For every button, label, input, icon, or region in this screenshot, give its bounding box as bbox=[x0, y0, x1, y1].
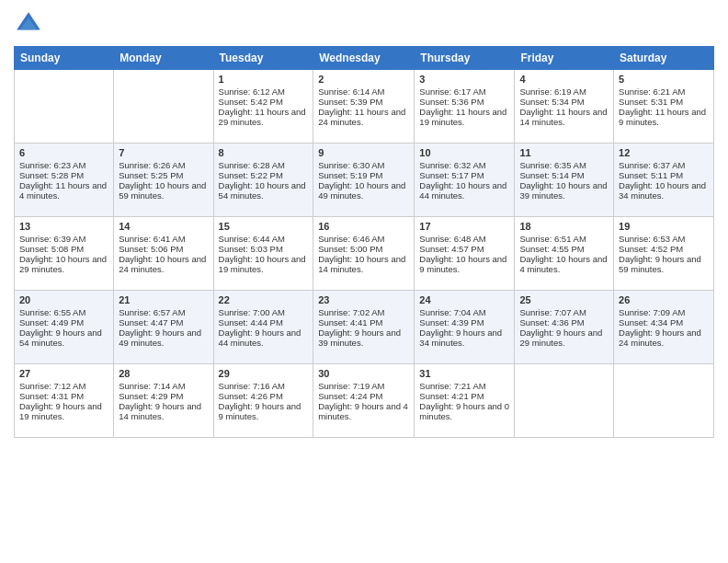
sunset-text: Sunset: 5:06 PM bbox=[119, 244, 183, 254]
sunrise-text: Sunrise: 6:30 AM bbox=[318, 160, 384, 170]
day-number: 10 bbox=[419, 147, 509, 158]
header-sunday: Sunday bbox=[15, 47, 114, 70]
sunset-text: Sunset: 4:55 PM bbox=[519, 244, 584, 254]
day-number: 17 bbox=[419, 221, 509, 232]
daylight-text: Daylight: 11 hours and 24 minutes. bbox=[318, 107, 405, 127]
day-number: 16 bbox=[318, 221, 409, 232]
header-saturday: Saturday bbox=[614, 47, 714, 70]
day-number: 21 bbox=[119, 294, 208, 305]
daylight-text: Daylight: 9 hours and 4 minutes. bbox=[318, 401, 408, 421]
day-number: 22 bbox=[219, 294, 309, 305]
sunrise-text: Sunrise: 6:21 AM bbox=[619, 86, 685, 97]
sunset-text: Sunset: 4:57 PM bbox=[419, 244, 483, 254]
calendar-cell: 4 Sunrise: 6:19 AM Sunset: 5:34 PM Dayli… bbox=[515, 70, 614, 144]
header-wednesday: Wednesday bbox=[313, 47, 415, 70]
header-friday: Friday bbox=[515, 47, 614, 70]
calendar-cell: 26 Sunrise: 7:09 AM Sunset: 4:34 PM Dayl… bbox=[614, 291, 714, 364]
sunset-text: Sunset: 4:21 PM bbox=[419, 391, 483, 401]
calendar-cell: 10 Sunrise: 6:32 AM Sunset: 5:17 PM Dayl… bbox=[415, 144, 515, 217]
sunset-text: Sunset: 5:14 PM bbox=[519, 170, 584, 180]
day-number: 1 bbox=[219, 74, 309, 85]
sunrise-text: Sunrise: 6:28 AM bbox=[219, 160, 285, 170]
sunrise-text: Sunrise: 7:02 AM bbox=[318, 307, 384, 317]
header-thursday: Thursday bbox=[415, 47, 515, 70]
calendar-cell: 1 Sunrise: 6:12 AM Sunset: 5:42 PM Dayli… bbox=[213, 70, 313, 144]
daylight-text: Daylight: 11 hours and 29 minutes. bbox=[219, 107, 306, 127]
calendar-cell: 25 Sunrise: 7:07 AM Sunset: 4:36 PM Dayl… bbox=[515, 291, 614, 364]
sunrise-text: Sunrise: 6:17 AM bbox=[419, 86, 485, 97]
sunrise-text: Sunrise: 6:44 AM bbox=[219, 234, 285, 244]
calendar-cell: 28 Sunrise: 7:14 AM Sunset: 4:29 PM Dayl… bbox=[114, 364, 213, 438]
day-number: 19 bbox=[619, 221, 709, 232]
daylight-text: Daylight: 9 hours and 19 minutes. bbox=[19, 401, 102, 421]
sunrise-text: Sunrise: 7:00 AM bbox=[219, 307, 285, 317]
calendar-cell: 22 Sunrise: 7:00 AM Sunset: 4:44 PM Dayl… bbox=[213, 291, 313, 364]
day-number: 26 bbox=[619, 294, 709, 305]
calendar-cell: 29 Sunrise: 7:16 AM Sunset: 4:26 PM Dayl… bbox=[213, 364, 313, 438]
daylight-text: Daylight: 11 hours and 14 minutes. bbox=[519, 107, 607, 127]
daylight-text: Daylight: 9 hours and 49 minutes. bbox=[119, 327, 201, 348]
calendar-cell: 19 Sunrise: 6:53 AM Sunset: 4:52 PM Dayl… bbox=[614, 217, 714, 291]
daylight-text: Daylight: 9 hours and 39 minutes. bbox=[318, 327, 401, 348]
daylight-text: Daylight: 10 hours and 44 minutes. bbox=[419, 180, 506, 201]
sunrise-text: Sunrise: 6:37 AM bbox=[619, 160, 685, 170]
sunset-text: Sunset: 5:42 PM bbox=[219, 97, 283, 107]
calendar-cell: 14 Sunrise: 6:41 AM Sunset: 5:06 PM Dayl… bbox=[114, 217, 213, 291]
calendar-cell: 15 Sunrise: 6:44 AM Sunset: 5:03 PM Dayl… bbox=[213, 217, 313, 291]
calendar-cell: 9 Sunrise: 6:30 AM Sunset: 5:19 PM Dayli… bbox=[313, 144, 415, 217]
sunset-text: Sunset: 5:31 PM bbox=[619, 97, 683, 107]
week-row-3: 20 Sunrise: 6:55 AM Sunset: 4:49 PM Dayl… bbox=[15, 291, 714, 364]
week-row-2: 13 Sunrise: 6:39 AM Sunset: 5:08 PM Dayl… bbox=[15, 217, 714, 291]
sunrise-text: Sunrise: 7:16 AM bbox=[219, 381, 285, 391]
daylight-text: Daylight: 10 hours and 39 minutes. bbox=[519, 180, 607, 201]
day-number: 27 bbox=[19, 368, 108, 379]
day-number: 15 bbox=[219, 221, 309, 232]
day-number: 29 bbox=[219, 368, 309, 379]
sunrise-text: Sunrise: 6:26 AM bbox=[119, 160, 185, 170]
day-number: 8 bbox=[219, 147, 309, 158]
daylight-text: Daylight: 10 hours and 14 minutes. bbox=[318, 254, 405, 274]
day-number: 2 bbox=[318, 74, 409, 85]
daylight-text: Daylight: 9 hours and 29 minutes. bbox=[519, 327, 602, 348]
calendar-cell: 8 Sunrise: 6:28 AM Sunset: 5:22 PM Dayli… bbox=[213, 144, 313, 217]
sunrise-text: Sunrise: 7:09 AM bbox=[619, 307, 685, 317]
week-row-0: 1 Sunrise: 6:12 AM Sunset: 5:42 PM Dayli… bbox=[15, 70, 714, 144]
sunrise-text: Sunrise: 7:21 AM bbox=[419, 381, 485, 391]
calendar-cell: 6 Sunrise: 6:23 AM Sunset: 5:28 PM Dayli… bbox=[15, 144, 114, 217]
page: SundayMondayTuesdayWednesdayThursdayFrid… bbox=[0, 0, 728, 563]
sunset-text: Sunset: 5:34 PM bbox=[519, 97, 584, 107]
calendar-cell: 12 Sunrise: 6:37 AM Sunset: 5:11 PM Dayl… bbox=[614, 144, 714, 217]
sunset-text: Sunset: 5:36 PM bbox=[419, 97, 483, 107]
daylight-text: Daylight: 10 hours and 59 minutes. bbox=[119, 180, 206, 201]
day-number: 5 bbox=[619, 74, 709, 85]
day-number: 12 bbox=[619, 147, 709, 158]
calendar-cell: 23 Sunrise: 7:02 AM Sunset: 4:41 PM Dayl… bbox=[313, 291, 415, 364]
day-number: 31 bbox=[419, 368, 509, 379]
sunrise-text: Sunrise: 7:07 AM bbox=[519, 307, 586, 317]
sunset-text: Sunset: 4:39 PM bbox=[419, 317, 483, 327]
day-number: 14 bbox=[119, 221, 208, 232]
day-number: 9 bbox=[318, 147, 409, 158]
sunset-text: Sunset: 5:28 PM bbox=[19, 170, 84, 180]
day-number: 30 bbox=[318, 368, 409, 379]
daylight-text: Daylight: 10 hours and 34 minutes. bbox=[619, 180, 706, 201]
daylight-text: Daylight: 11 hours and 19 minutes. bbox=[419, 107, 506, 127]
sunset-text: Sunset: 5:08 PM bbox=[19, 244, 84, 254]
sunset-text: Sunset: 4:26 PM bbox=[219, 391, 283, 401]
header-monday: Monday bbox=[114, 47, 213, 70]
day-number: 13 bbox=[19, 221, 108, 232]
sunset-text: Sunset: 5:19 PM bbox=[318, 170, 382, 180]
day-number: 25 bbox=[519, 294, 609, 305]
daylight-text: Daylight: 10 hours and 24 minutes. bbox=[119, 254, 206, 274]
sunrise-text: Sunrise: 6:39 AM bbox=[19, 234, 85, 244]
day-number: 11 bbox=[519, 147, 609, 158]
calendar-cell bbox=[614, 364, 714, 438]
sunset-text: Sunset: 4:44 PM bbox=[219, 317, 283, 327]
day-number: 7 bbox=[119, 147, 208, 158]
day-number: 20 bbox=[19, 294, 108, 305]
daylight-text: Daylight: 10 hours and 19 minutes. bbox=[219, 254, 306, 274]
calendar-cell: 24 Sunrise: 7:04 AM Sunset: 4:39 PM Dayl… bbox=[415, 291, 515, 364]
calendar-cell: 30 Sunrise: 7:19 AM Sunset: 4:24 PM Dayl… bbox=[313, 364, 415, 438]
calendar-cell: 31 Sunrise: 7:21 AM Sunset: 4:21 PM Dayl… bbox=[415, 364, 515, 438]
calendar-cell bbox=[114, 70, 213, 144]
